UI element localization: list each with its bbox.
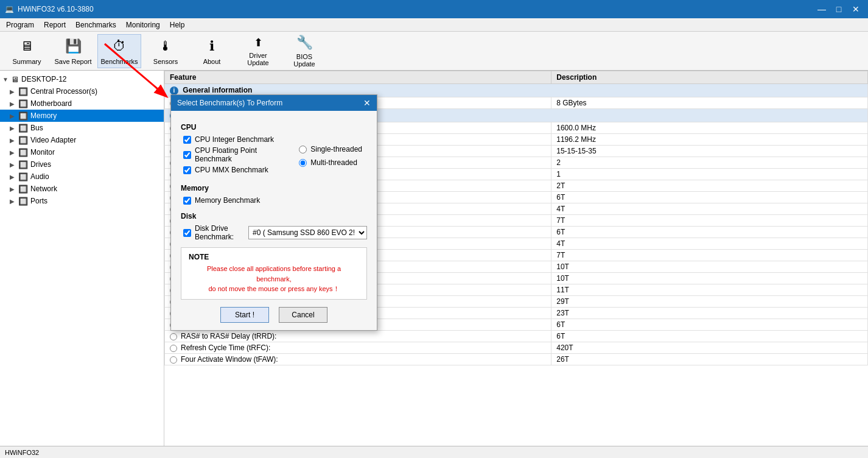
close-button[interactable]: ✕	[849, 3, 863, 15]
note-label: NOTE	[189, 253, 359, 261]
disk-bench-checkbox[interactable]	[183, 229, 191, 237]
minimize-button[interactable]: —	[814, 3, 829, 15]
col-feature: Feature	[165, 71, 551, 84]
row-icon	[170, 356, 177, 364]
sidebar-item-network[interactable]: ▶ 🔲 Network	[0, 183, 164, 195]
bios-update-button[interactable]: 🔧 BIOS Update	[282, 34, 326, 68]
about-icon: ℹ	[202, 37, 222, 55]
expand-icon-bus: ▶	[10, 125, 17, 132]
cpu-icon: 🔲	[18, 87, 28, 96]
sidebar-drives-label: Drives	[30, 160, 51, 169]
expand-icon-network: ▶	[10, 186, 17, 192]
memory-section-label: Memory	[181, 184, 367, 192]
dialog-title-bar: Select Benchmark(s) To Perform ✕	[171, 95, 377, 111]
disk-bench-label: Disk Drive Benchmark:	[195, 224, 243, 241]
multi-threaded-radio[interactable]	[299, 159, 307, 167]
sidebar-item-cpu[interactable]: ▶ 🔲 Central Processor(s)	[0, 85, 164, 97]
single-threaded-label: Single-threaded	[310, 145, 362, 153]
expand-icon-mem: ▶	[10, 113, 17, 119]
cancel-button[interactable]: Cancel	[279, 307, 327, 323]
menu-benchmarks[interactable]: Benchmarks	[71, 18, 121, 31]
multi-threaded-row: Multi-threaded	[299, 158, 362, 167]
single-threaded-radio[interactable]	[299, 146, 307, 153]
benchmarks-button[interactable]: ⏱ Benchmarks	[97, 34, 141, 68]
title-bar-controls: — □ ✕	[814, 3, 863, 15]
disk-drive-select[interactable]: #0 ( Samsung SSD 860 EVO 2!	[248, 226, 367, 239]
about-button[interactable]: ℹ About	[190, 34, 234, 68]
multi-threaded-label: Multi-threaded	[310, 158, 357, 167]
sidebar-item-bus[interactable]: ▶ 🔲 Bus	[0, 122, 164, 134]
main-layout: ▼ 🖥 DESKTOP-12 ▶ 🔲 Central Processor(s) …	[0, 71, 868, 446]
cpu-integer-label: CPU Integer Benchmark	[195, 135, 274, 144]
status-text: HWiNFO32	[5, 449, 39, 456]
dialog-close-button[interactable]: ✕	[363, 99, 371, 107]
expand-icon-gpu: ▶	[10, 137, 17, 144]
app-icon: 💻	[5, 5, 14, 13]
disk-section-label: Disk	[181, 212, 367, 220]
sidebar-item-audio[interactable]: ▶ 🔲 Audio	[0, 171, 164, 183]
row-icon	[170, 333, 177, 340]
dialog-title-text: Select Benchmark(s) To Perform	[177, 99, 282, 107]
network-icon: 🔲	[18, 185, 28, 194]
memory-bench-row: Memory Benchmark	[181, 196, 367, 205]
driver-icon: ⬆	[248, 36, 268, 49]
sidebar-gpu-label: Video Adapter	[30, 136, 76, 144]
cpu-integer-checkbox[interactable]	[183, 136, 191, 144]
cpu-integer-row: CPU Integer Benchmark	[181, 135, 294, 144]
sidebar-item-drives[interactable]: ▶ 🔲 Drives	[0, 158, 164, 171]
cpu-fp-label: CPU Floating Point Benchmark	[195, 146, 294, 163]
table-row: Refresh Cycle Time (tRFC): 420T	[165, 342, 868, 354]
menu-report[interactable]: Report	[39, 18, 71, 31]
summary-icon: 🖥	[17, 37, 37, 55]
disk-check-container: Disk Drive Benchmark:	[181, 224, 243, 241]
sidebar-item-root[interactable]: ▼ 🖥 DESKTOP-12	[0, 73, 164, 85]
expand-icon-drives: ▶	[10, 161, 17, 168]
menu-help[interactable]: Help	[165, 18, 190, 31]
row-icon	[170, 345, 177, 352]
expand-icon-cpu: ▶	[10, 88, 17, 95]
section-general-label: General information	[183, 86, 252, 94]
expand-icon-ports: ▶	[10, 198, 17, 205]
sidebar-item-gpu[interactable]: ▶ 🔲 Video Adapter	[0, 134, 164, 146]
sidebar-item-monitor[interactable]: ▶ 🔲 Monitor	[0, 146, 164, 158]
sidebar-item-ports[interactable]: ▶ 🔲 Ports	[0, 195, 164, 207]
memory-bench-checkbox[interactable]	[183, 197, 191, 205]
table-row: Four Activate Window (tFAW): 26T	[165, 354, 868, 365]
maximize-button[interactable]: □	[831, 3, 846, 15]
menu-monitoring[interactable]: Monitoring	[121, 18, 165, 31]
benchmark-dialog: Select Benchmark(s) To Perform ✕ CPU CPU…	[170, 94, 377, 331]
benchmarks-icon: ⏱	[110, 37, 129, 55]
sidebar-root-label: DESKTOP-12	[21, 75, 66, 83]
title-bar-left: 💻 HWiNFO32 v6.10-3880	[5, 5, 94, 13]
sidebar-item-motherboard[interactable]: ▶ 🔲 Motherboard	[0, 97, 164, 110]
cpu-mmx-row: CPU MMX Benchmark	[181, 166, 294, 174]
save-report-button[interactable]: 💾 Save Report	[51, 34, 95, 68]
driver-update-button[interactable]: ⬆ Driver Update	[236, 34, 280, 68]
save-icon: 💾	[63, 37, 83, 55]
sidebar-network-label: Network	[30, 185, 57, 193]
start-button[interactable]: Start !	[220, 307, 269, 323]
menu-program[interactable]: Program	[1, 18, 39, 31]
table-row: RAS# to RAS# Delay (tRRD): 6T	[165, 331, 868, 342]
toolbar: 🖥 Summary 💾 Save Report ⏱ Benchmarks 🌡 S…	[0, 32, 868, 71]
cpu-fp-checkbox[interactable]	[183, 151, 191, 159]
bus-icon: 🔲	[18, 124, 28, 133]
monitor-icon: 🔲	[18, 148, 28, 157]
sidebar-mb-label: Motherboard	[30, 99, 72, 108]
cpu-mmx-checkbox[interactable]	[183, 166, 191, 174]
audio-icon: 🔲	[18, 172, 28, 181]
computer-icon: 🖥	[11, 75, 19, 84]
gpu-icon: 🔲	[18, 136, 28, 145]
sidebar-bus-label: Bus	[30, 124, 43, 132]
expand-icon-audio: ▶	[10, 174, 17, 180]
sidebar-monitor-label: Monitor	[30, 148, 55, 157]
sensors-icon: 🌡	[156, 37, 175, 55]
cpu-section-label: CPU	[181, 123, 367, 132]
status-bar: HWiNFO32	[0, 446, 868, 458]
sensors-button[interactable]: 🌡 Sensors	[144, 34, 187, 68]
cpu-mmx-label: CPU MMX Benchmark	[195, 166, 268, 174]
sidebar-mem-label: Memory	[30, 111, 57, 120]
summary-button[interactable]: 🖥 Summary	[5, 34, 49, 68]
expand-icon: ▼	[2, 76, 10, 83]
sidebar-item-memory[interactable]: ▶ 🔲 Memory	[0, 110, 164, 122]
